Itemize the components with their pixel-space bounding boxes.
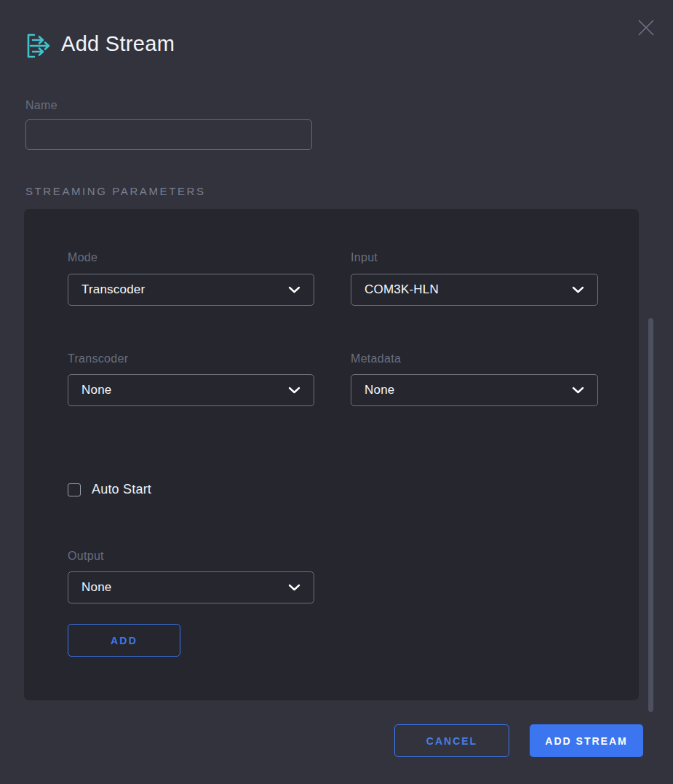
transcoder-select[interactable]: None	[68, 374, 314, 406]
auto-start-label: Auto Start	[92, 482, 151, 497]
metadata-select[interactable]: None	[351, 374, 598, 406]
chevron-down-icon	[288, 584, 300, 591]
metadata-value: None	[365, 383, 572, 397]
auto-start-checkbox-row[interactable]: Auto Start	[68, 482, 151, 497]
transcoder-value: None	[81, 383, 288, 397]
chevron-down-icon	[572, 286, 584, 293]
close-icon	[636, 17, 656, 38]
add-output-button[interactable]: ADD	[68, 624, 180, 657]
input-label: Input	[351, 251, 378, 264]
scrollbar[interactable]	[648, 318, 653, 712]
page-title: Add Stream	[61, 32, 175, 56]
name-label: Name	[25, 99, 57, 112]
input-select[interactable]: COM3K-HLN	[351, 274, 598, 306]
mode-label: Mode	[68, 251, 97, 264]
name-input[interactable]	[25, 119, 312, 150]
close-button[interactable]	[632, 13, 661, 42]
streaming-parameters-panel: Mode Transcoder Input COM3K-HLN Transcod…	[24, 209, 639, 700]
add-stream-icon	[25, 33, 54, 59]
cancel-button[interactable]: CANCEL	[394, 724, 509, 757]
transcoder-label: Transcoder	[68, 352, 128, 365]
metadata-label: Metadata	[351, 352, 401, 365]
chevron-down-icon	[572, 387, 584, 394]
mode-select[interactable]: Transcoder	[68, 274, 314, 306]
mode-value: Transcoder	[81, 282, 288, 297]
chevron-down-icon	[288, 286, 300, 293]
output-select[interactable]: None	[68, 571, 314, 603]
streaming-parameters-heading: STREAMING PARAMETERS	[25, 185, 206, 197]
output-label: Output	[68, 550, 104, 563]
add-stream-button[interactable]: ADD STREAM	[530, 724, 643, 757]
auto-start-checkbox[interactable]	[68, 483, 81, 496]
output-value: None	[81, 580, 288, 595]
chevron-down-icon	[288, 387, 300, 394]
input-value: COM3K-HLN	[365, 282, 572, 297]
